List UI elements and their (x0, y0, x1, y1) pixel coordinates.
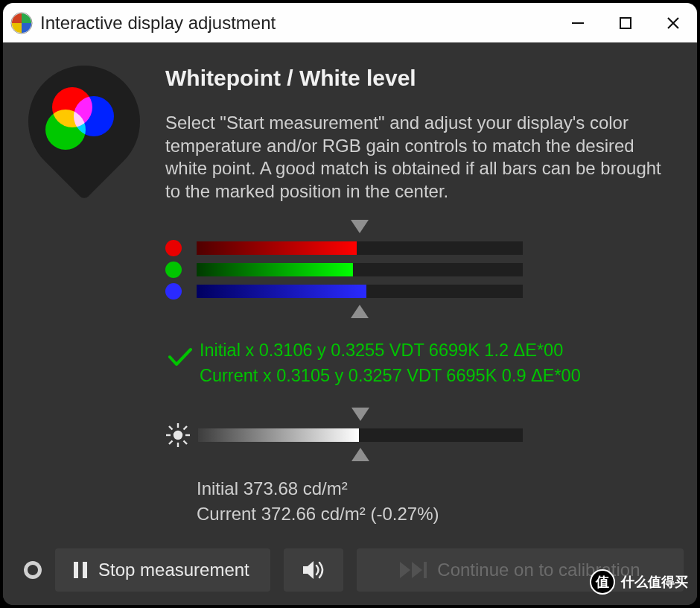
app-icon (10, 12, 33, 34)
center-marker-bottom-icon (351, 305, 369, 318)
svg-rect-18 (424, 562, 427, 578)
red-bar (197, 241, 523, 255)
brightness-bar (198, 428, 523, 442)
content: Whitepoint / White level Select "Start m… (3, 43, 697, 605)
svg-rect-15 (83, 562, 87, 578)
brightness-marker-top-icon (351, 408, 369, 421)
green-bar (197, 263, 523, 276)
svg-line-10 (169, 426, 173, 430)
brightness-initial-line: Initial 373.68 cd/m² (197, 476, 667, 501)
stop-measurement-button[interactable]: Stop measurement (55, 548, 270, 592)
skip-forward-icon (400, 562, 427, 578)
svg-marker-16 (400, 562, 410, 578)
continue-calibration-button: Continue on to calibration (357, 548, 684, 592)
section-description: Select "Start measurement" and adjust yo… (165, 112, 667, 203)
blue-bar (197, 285, 523, 298)
brightness-marker-bottom-icon (351, 448, 369, 461)
svg-line-13 (169, 441, 173, 445)
continue-label: Continue on to calibration (437, 560, 640, 580)
green-indicator-icon (165, 262, 182, 278)
svg-rect-14 (74, 562, 78, 578)
center-marker-top-icon (351, 220, 369, 233)
brightness-block (165, 408, 523, 463)
window: Interactive display adjustment Whitepoin… (3, 3, 697, 605)
whitepoint-status: Initial x 0.3106 y 0.3255 VDT 6699K 1.2 … (200, 338, 581, 388)
svg-line-12 (184, 426, 188, 430)
window-title: Interactive display adjustment (40, 13, 554, 34)
minimize-button[interactable] (554, 3, 602, 42)
svg-point-5 (174, 431, 182, 439)
sound-button[interactable] (284, 548, 343, 592)
brightness-icon (165, 422, 191, 448)
titlebar: Interactive display adjustment (3, 3, 697, 43)
window-buttons (554, 3, 697, 42)
checkmark-icon (165, 342, 195, 372)
brightness-status: Initial 373.68 cd/m² Current 372.66 cd/m… (197, 476, 667, 526)
section-title: Whitepoint / White level (165, 66, 667, 91)
rgb-logo-icon (25, 66, 144, 177)
wp-initial-line: Initial x 0.3106 y 0.3255 VDT 6699K 1.2 … (200, 338, 581, 363)
rgb-bars (165, 220, 523, 320)
brightness-current-line: Current 372.66 cd/m² (-0.27%) (197, 501, 667, 527)
blue-indicator-icon (165, 283, 182, 300)
wp-current-line: Current x 0.3105 y 0.3257 VDT 6695K 0.9 … (200, 363, 581, 388)
svg-rect-2 (620, 18, 631, 28)
maximize-button[interactable] (602, 3, 649, 42)
bottom-bar: Stop measurement Continue on to calibrat… (3, 542, 697, 605)
pause-icon (73, 561, 88, 579)
stop-label: Stop measurement (98, 560, 249, 580)
status-circle-icon (24, 561, 42, 579)
red-indicator-icon (165, 240, 182, 256)
svg-line-11 (184, 441, 188, 445)
close-button[interactable] (649, 3, 697, 42)
speaker-icon (302, 560, 325, 580)
svg-marker-17 (412, 562, 422, 578)
